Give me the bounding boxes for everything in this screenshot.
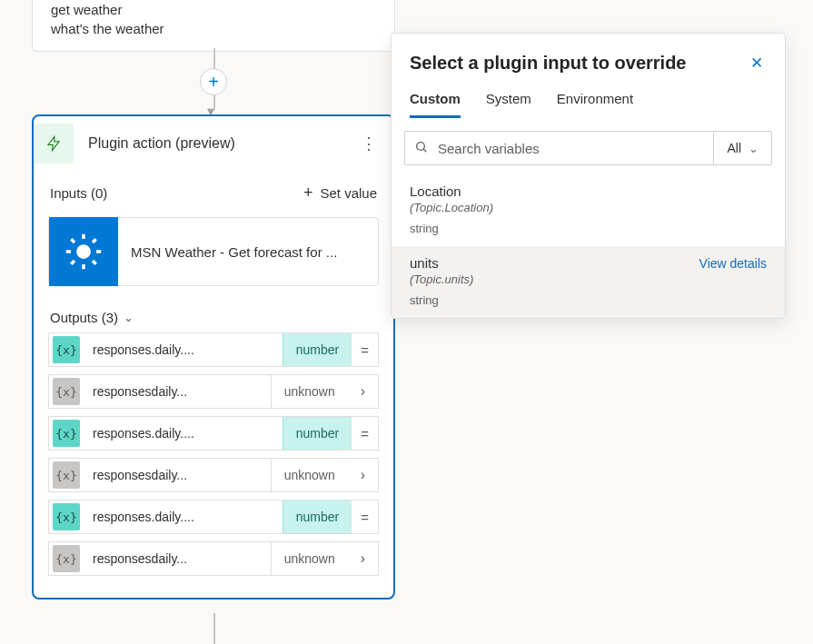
- variable-badge-icon: {x}: [53, 503, 80, 530]
- variable-type: string: [410, 293, 767, 307]
- svg-line-7: [93, 261, 96, 264]
- output-row[interactable]: {x}responses.daily....number=: [48, 332, 379, 367]
- inputs-section-header: Inputs (0) + Set value: [34, 171, 393, 212]
- close-button[interactable]: ✕: [747, 50, 767, 76]
- output-variable-name: responses.daily....: [84, 342, 283, 357]
- output-type-chip: unknown: [271, 542, 348, 575]
- variable-badge-icon: {x}: [53, 461, 80, 489]
- plugin-action-node[interactable]: Plugin action (preview) ⋮ Inputs (0) + S…: [32, 114, 395, 599]
- output-row[interactable]: {x}responsesdaily...unknown›: [48, 374, 379, 409]
- plugin-title: Plugin action (preview): [88, 135, 353, 152]
- output-type-chip: number: [283, 417, 352, 450]
- panel-tabs: CustomSystemEnvironment: [392, 85, 785, 118]
- output-row[interactable]: {x}responsesdaily...unknown›: [48, 458, 379, 492]
- input-override-panel: Select a plugin input to override ✕ Cust…: [391, 33, 786, 319]
- plugin-icon-container: [34, 124, 74, 163]
- svg-line-8: [71, 261, 74, 264]
- variable-path: (Topic.units): [410, 272, 767, 286]
- search-input[interactable]: [438, 141, 713, 156]
- inputs-label: Inputs (0): [50, 185, 107, 201]
- variable-badge-icon: {x}: [53, 420, 80, 447]
- plugin-menu-button[interactable]: ⋮: [353, 126, 384, 161]
- chevron-right-icon[interactable]: ›: [348, 467, 378, 483]
- chevron-down-icon: ⌄: [124, 311, 134, 324]
- tab-environment[interactable]: Environment: [557, 91, 633, 118]
- add-node-button[interactable]: +: [200, 68, 227, 95]
- output-type-chip: unknown: [271, 375, 348, 408]
- trigger-node[interactable]: get weather what's the weather: [32, 0, 395, 52]
- connector-line: [213, 613, 215, 644]
- lightning-icon: [45, 135, 62, 152]
- output-row[interactable]: {x}responses.daily....number=: [48, 500, 379, 534]
- variable-item[interactable]: unitsView details(Topic.units)string: [392, 246, 785, 318]
- filter-dropdown[interactable]: All ⌄: [713, 132, 771, 164]
- filter-label: All: [727, 141, 741, 155]
- output-variable-name: responsesdaily...: [84, 384, 271, 399]
- variable-path: (Topic.Location): [410, 201, 767, 214]
- output-variable-name: responsesdaily...: [84, 468, 271, 482]
- variable-item[interactable]: Location(Topic.Location)string: [392, 174, 785, 246]
- set-value-button[interactable]: + Set value: [303, 183, 377, 203]
- output-variable-name: responses.daily....: [84, 510, 283, 524]
- search-icon: [405, 140, 438, 157]
- svg-line-9: [93, 239, 96, 243]
- output-type-chip: number: [283, 500, 352, 533]
- svg-line-11: [423, 149, 426, 152]
- variable-list: Location(Topic.Location)stringunitsView …: [392, 174, 785, 318]
- set-value-label: Set value: [320, 185, 377, 201]
- msn-weather-icon: [49, 217, 118, 286]
- output-variable-name: responsesdaily...: [84, 551, 271, 566]
- variable-badge-icon: {x}: [53, 545, 80, 572]
- outputs-label: Outputs (3): [50, 310, 118, 325]
- output-type-chip: number: [283, 333, 352, 366]
- chevron-down-icon: ⌄: [749, 142, 758, 155]
- equals-icon: =: [352, 342, 378, 358]
- output-type-chip: unknown: [271, 459, 348, 491]
- variable-name: Location: [410, 183, 461, 199]
- panel-header: Select a plugin input to override ✕: [392, 34, 785, 85]
- plus-icon: +: [303, 183, 313, 203]
- equals-icon: =: [352, 510, 378, 525]
- variable-type: string: [410, 222, 767, 235]
- panel-title: Select a plugin input to override: [410, 53, 686, 74]
- tab-system[interactable]: System: [486, 91, 531, 118]
- trigger-phrase: what's the weather: [51, 19, 376, 38]
- output-variable-name: responses.daily....: [84, 426, 283, 441]
- svg-line-6: [71, 239, 74, 243]
- svg-point-1: [76, 244, 91, 259]
- variable-badge-icon: {x}: [53, 378, 80, 405]
- outputs-toggle[interactable]: Outputs (3) ⌄: [34, 295, 393, 332]
- chevron-right-icon[interactable]: ›: [348, 550, 378, 567]
- search-box: All ⌄: [404, 131, 772, 165]
- svg-marker-0: [48, 137, 59, 151]
- view-details-link[interactable]: View details: [699, 256, 767, 271]
- output-row[interactable]: {x}responsesdaily...unknown›: [48, 541, 379, 576]
- plugin-item[interactable]: MSN Weather - Get forecast for ...: [48, 217, 379, 286]
- tab-custom[interactable]: Custom: [410, 91, 461, 118]
- chevron-right-icon[interactable]: ›: [348, 383, 378, 400]
- equals-icon: =: [352, 426, 378, 441]
- variable-badge-icon: {x}: [53, 336, 80, 363]
- plugin-item-label: MSN Weather - Get forecast for ...: [118, 244, 350, 260]
- svg-point-10: [417, 142, 425, 150]
- trigger-phrase: get weather: [51, 0, 376, 19]
- outputs-list: {x}responses.daily....number={x}response…: [34, 332, 393, 598]
- output-row[interactable]: {x}responses.daily....number=: [48, 416, 379, 451]
- plugin-header: Plugin action (preview) ⋮: [34, 116, 393, 171]
- variable-name: units: [410, 255, 439, 271]
